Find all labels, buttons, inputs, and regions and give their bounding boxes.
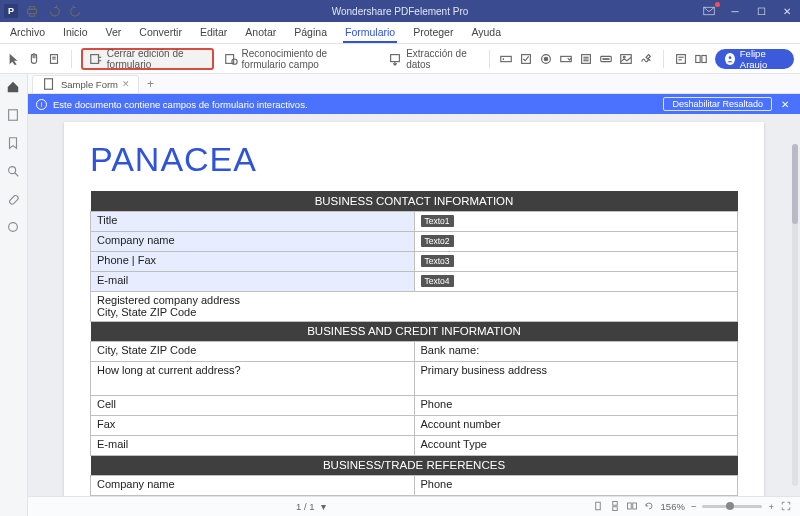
info-icon: i xyxy=(36,99,47,110)
form-field[interactable]: Texto1 xyxy=(414,211,738,231)
document-tab[interactable]: Sample Form ✕ xyxy=(32,75,139,93)
form-properties-icon[interactable] xyxy=(673,51,689,67)
combobox-tool-icon[interactable] xyxy=(558,51,574,67)
svg-rect-38 xyxy=(612,506,617,510)
table-row: CellPhone xyxy=(91,395,738,415)
document-tabs: Sample Form ✕ + xyxy=(28,74,800,94)
cursor-icon[interactable] xyxy=(6,51,22,67)
left-sidebar xyxy=(0,74,28,516)
print-icon[interactable] xyxy=(24,3,40,19)
disable-highlight-button[interactable]: Deshabilitar Resaltado xyxy=(663,97,772,111)
menu-bar: Archivo Inicio Ver Convertir Editar Anot… xyxy=(0,22,800,44)
title-bar: P Wondershare PDFelement Pro ─ ☐ ✕ xyxy=(0,0,800,22)
mail-icon[interactable] xyxy=(700,4,718,18)
table-row: Title Texto1 xyxy=(91,211,738,231)
button-tool-icon[interactable] xyxy=(598,51,614,67)
svg-rect-25 xyxy=(677,54,686,63)
comments-icon[interactable] xyxy=(6,220,22,236)
page-nav-icon[interactable]: ▾ xyxy=(321,501,326,512)
svg-point-32 xyxy=(8,167,15,174)
home-icon[interactable] xyxy=(6,80,22,96)
field-label: E-mail xyxy=(91,271,415,291)
minimize-button[interactable]: ─ xyxy=(726,4,744,18)
menu-editar[interactable]: Editar xyxy=(198,23,229,43)
radio-tool-icon[interactable] xyxy=(538,51,554,67)
menu-formulario[interactable]: Formulario xyxy=(343,23,397,43)
text-select-icon[interactable] xyxy=(46,51,62,67)
zoom-in-button[interactable]: + xyxy=(768,501,774,512)
checkbox-tool-icon[interactable] xyxy=(518,51,534,67)
new-tab-button[interactable]: + xyxy=(143,77,158,91)
form-recognition-icon xyxy=(224,51,238,67)
table-row: Phone | Fax Texto3 xyxy=(91,251,738,271)
form-field[interactable]: Texto4 xyxy=(414,271,738,291)
menu-anotar[interactable]: Anotar xyxy=(243,23,278,43)
menu-convertir[interactable]: Convertir xyxy=(137,23,184,43)
vertical-scrollbar[interactable] xyxy=(792,144,798,486)
zoom-value[interactable]: 156% xyxy=(661,501,685,512)
close-form-edit-button[interactable]: Cerrar edición de formulario xyxy=(81,48,214,70)
svg-point-24 xyxy=(624,56,626,58)
more-tools-icon[interactable] xyxy=(693,51,709,67)
menu-ver[interactable]: Ver xyxy=(104,23,124,43)
table-row: E-mailAccount Type xyxy=(91,435,738,455)
form-field[interactable]: Texto3 xyxy=(414,251,738,271)
data-extraction-label: Extracción de datos xyxy=(406,48,475,70)
view-rotate-icon[interactable] xyxy=(643,500,655,514)
attachments-icon[interactable] xyxy=(6,192,22,208)
image-tool-icon[interactable] xyxy=(618,51,634,67)
svg-rect-7 xyxy=(91,54,99,63)
menu-pagina[interactable]: Página xyxy=(292,23,329,43)
view-single-icon[interactable] xyxy=(592,500,604,514)
textfield-tool-icon[interactable] xyxy=(498,51,514,67)
close-tab-icon[interactable]: ✕ xyxy=(122,79,130,89)
zoom-out-button[interactable]: − xyxy=(691,501,697,512)
doc-tab-icon xyxy=(41,76,57,92)
svg-rect-1 xyxy=(29,7,34,10)
menu-proteger[interactable]: Proteger xyxy=(411,23,455,43)
thumbnails-icon[interactable] xyxy=(6,108,22,124)
view-continuous-icon[interactable] xyxy=(609,500,621,514)
signature-tool-icon[interactable] xyxy=(638,51,654,67)
table-row: E-mail Texto4 xyxy=(91,271,738,291)
form-toolbar: Cerrar edición de formulario Reconocimie… xyxy=(0,44,800,74)
section-header: BUSINESS AND CREDIT INFORMATION xyxy=(91,321,738,341)
undo-icon[interactable] xyxy=(46,3,62,19)
view-facing-icon[interactable] xyxy=(626,500,638,514)
zoom-slider[interactable] xyxy=(702,505,762,508)
section-header: BUSINESS/TRADE REFERENCES xyxy=(91,455,738,475)
close-infobar-button[interactable]: ✕ xyxy=(778,99,792,110)
user-account-button[interactable]: Felipe Araujo xyxy=(715,49,794,69)
menu-ayuda[interactable]: Ayuda xyxy=(469,23,503,43)
svg-point-15 xyxy=(545,57,549,61)
menu-archivo[interactable]: Archivo xyxy=(8,23,47,43)
fullscreen-icon[interactable] xyxy=(780,500,792,514)
listbox-tool-icon[interactable] xyxy=(578,51,594,67)
table-row: Company name Texto2 xyxy=(91,231,738,251)
redo-icon[interactable] xyxy=(68,3,84,19)
close-form-edit-label: Cerrar edición de formulario xyxy=(107,48,206,70)
svg-rect-35 xyxy=(45,79,53,90)
table-row: City, State ZIP CodeBank name: xyxy=(91,341,738,361)
form-table: BUSINESS CONTACT INFORMATION Title Texto… xyxy=(90,191,738,496)
hand-icon[interactable] xyxy=(26,51,42,67)
bookmarks-icon[interactable] xyxy=(6,136,22,152)
form-recognition-button[interactable]: Reconocimiento de formulario campo xyxy=(220,48,379,70)
menu-inicio[interactable]: Inicio xyxy=(61,23,90,43)
doc-tab-label: Sample Form xyxy=(61,79,118,90)
window-title: Wondershare PDFelement Pro xyxy=(332,6,469,17)
document-viewport[interactable]: PANACEA BUSINESS CONTACT INFORMATION Tit… xyxy=(28,114,800,496)
svg-rect-40 xyxy=(632,503,636,509)
page-indicator[interactable]: 1 / 1 xyxy=(296,501,315,512)
field-label: Phone | Fax xyxy=(91,251,415,271)
svg-rect-29 xyxy=(702,55,706,62)
app-logo-icon: P xyxy=(4,4,18,18)
form-field[interactable]: Texto2 xyxy=(414,231,738,251)
search-icon[interactable] xyxy=(6,164,22,180)
quick-access-toolbar: P xyxy=(4,3,84,19)
svg-rect-39 xyxy=(627,503,631,509)
maximize-button[interactable]: ☐ xyxy=(752,4,770,18)
document-brand: PANACEA xyxy=(90,140,738,179)
close-window-button[interactable]: ✕ xyxy=(778,4,796,18)
data-extraction-button[interactable]: Extracción de datos xyxy=(384,48,479,70)
